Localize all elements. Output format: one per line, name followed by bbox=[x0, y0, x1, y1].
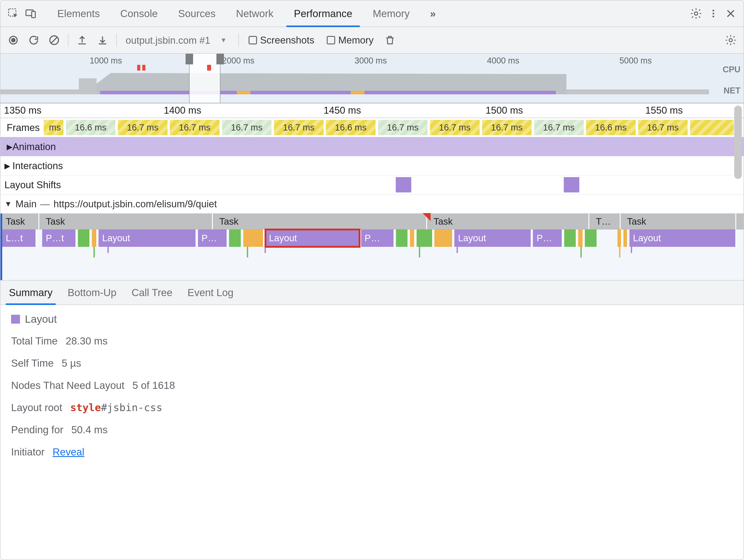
event-block[interactable] bbox=[624, 229, 628, 247]
gc-icon[interactable] bbox=[382, 33, 398, 48]
tab-performance[interactable]: Performance bbox=[284, 0, 363, 27]
layout-shift-block[interactable] bbox=[564, 177, 579, 192]
capture-settings-icon[interactable] bbox=[723, 33, 738, 48]
layout-shifts-label: Layout Shifts bbox=[4, 179, 61, 190]
recording-select[interactable]: output.jsbin.com #1 bbox=[123, 34, 213, 47]
frame-chip: 16.7 ms bbox=[378, 120, 429, 135]
tab-call-tree[interactable]: Call Tree bbox=[128, 281, 176, 304]
task-block[interactable]: Task bbox=[42, 214, 213, 229]
tab-bottom-up[interactable]: Bottom-Up bbox=[65, 281, 120, 304]
animation-track[interactable]: ▶ Animation bbox=[0, 137, 744, 156]
layout-event[interactable]: Layout bbox=[629, 229, 736, 247]
paint-event[interactable]: P… bbox=[198, 229, 228, 247]
layout-event[interactable]: Layout bbox=[99, 229, 196, 247]
svg-point-6 bbox=[712, 16, 714, 17]
svg-point-8 bbox=[11, 38, 15, 42]
svg-point-5 bbox=[712, 13, 714, 14]
vertical-scrollbar[interactable] bbox=[734, 106, 742, 179]
save-profile-icon[interactable] bbox=[95, 33, 110, 48]
pending-for-label: Pending for bbox=[11, 424, 63, 436]
frame-chip: 16.6 ms bbox=[66, 120, 116, 135]
event-block[interactable] bbox=[92, 229, 97, 247]
event-block[interactable] bbox=[78, 229, 90, 247]
ruler-tick: 1550 ms bbox=[645, 105, 683, 116]
event-block[interactable] bbox=[578, 229, 583, 247]
event-block[interactable] bbox=[396, 229, 409, 247]
layout-event[interactable]: L…t bbox=[2, 229, 36, 247]
tab-sources[interactable]: Sources bbox=[168, 0, 226, 27]
event-block[interactable] bbox=[564, 229, 577, 247]
tab-network[interactable]: Network bbox=[226, 0, 284, 27]
checkbox-icon bbox=[327, 36, 335, 44]
overview-viewport[interactable] bbox=[189, 54, 220, 103]
screenshots-checkbox[interactable]: Screenshots bbox=[245, 35, 318, 46]
self-time-label: Self Time bbox=[11, 357, 54, 369]
paint-event[interactable]: P…t bbox=[42, 229, 76, 247]
layout-root-value: style#jsbin-css bbox=[70, 402, 162, 413]
settings-icon[interactable] bbox=[689, 6, 704, 21]
svg-rect-2 bbox=[32, 11, 35, 18]
frames-track[interactable]: ms 16.6 ms 16.7 ms 16.7 ms 16.7 ms 16.7 … bbox=[0, 118, 744, 137]
layout-event[interactable]: Layout bbox=[454, 229, 531, 247]
viewport-handle-left[interactable] bbox=[186, 54, 193, 64]
svg-point-4 bbox=[712, 10, 714, 11]
timeline-overview[interactable]: 1000 ms 2000 ms 3000 ms 4000 ms 5000 ms … bbox=[0, 54, 744, 104]
overview-ruler: 1000 ms 2000 ms 3000 ms 4000 ms 5000 ms bbox=[0, 56, 712, 66]
ruler-tick: 2000 ms bbox=[222, 56, 255, 66]
device-toolbar-icon[interactable] bbox=[23, 6, 38, 21]
initiator-reveal-link[interactable]: Reveal bbox=[52, 446, 84, 458]
tab-elements[interactable]: Elements bbox=[47, 0, 110, 27]
pending-for-value: 50.4 ms bbox=[71, 424, 108, 436]
frame-chip: 16.7 ms bbox=[430, 120, 481, 135]
layout-shift-block[interactable] bbox=[396, 177, 411, 192]
net-label: NET bbox=[723, 86, 740, 96]
clear-icon[interactable] bbox=[47, 33, 62, 48]
task-block[interactable]: Task bbox=[2, 214, 39, 229]
animation-label: ▶ Animation bbox=[3, 139, 60, 154]
inspect-element-icon[interactable] bbox=[6, 6, 21, 21]
tab-console[interactable]: Console bbox=[110, 0, 168, 27]
memory-checkbox[interactable]: Memory bbox=[323, 35, 377, 46]
tab-summary[interactable]: Summary bbox=[6, 281, 56, 304]
ruler-tick: 1450 ms bbox=[324, 105, 361, 116]
more-icon[interactable] bbox=[706, 6, 721, 21]
main-track-body[interactable]: Task Task Task Task T… Task L…t P…t Layo… bbox=[0, 214, 744, 280]
layout-event-selected[interactable]: Layout bbox=[265, 229, 360, 247]
sub-lane bbox=[2, 247, 744, 261]
frame-chip: 16.7 ms bbox=[222, 120, 272, 135]
main-track-header[interactable]: ▼ Main — https://output.jsbin.com/elisum… bbox=[0, 194, 744, 214]
flame-chart[interactable]: 1350 ms 1400 ms 1450 ms 1500 ms 1550 ms … bbox=[0, 104, 744, 281]
event-block[interactable] bbox=[434, 229, 453, 247]
devtools-tabstrip: Elements Console Sources Network Perform… bbox=[0, 0, 744, 27]
panel-tabs: Elements Console Sources Network Perform… bbox=[47, 0, 446, 27]
event-block[interactable] bbox=[410, 229, 415, 247]
event-block[interactable] bbox=[243, 229, 264, 247]
total-time-value: 28.30 ms bbox=[66, 335, 108, 347]
event-block[interactable] bbox=[417, 229, 433, 247]
record-icon[interactable] bbox=[6, 33, 21, 48]
task-block[interactable]: Task bbox=[624, 214, 736, 229]
collapse-icon: ▼ bbox=[4, 199, 12, 208]
tabs-overflow-icon[interactable]: » bbox=[420, 0, 446, 27]
task-block[interactable]: Task bbox=[216, 214, 427, 229]
viewport-handle-right[interactable] bbox=[216, 54, 224, 64]
paint-event[interactable]: P… bbox=[533, 229, 563, 247]
checkbox-icon bbox=[249, 36, 257, 44]
event-block[interactable] bbox=[229, 229, 242, 247]
event-block[interactable] bbox=[618, 229, 622, 247]
event-block[interactable] bbox=[585, 229, 597, 247]
layout-shifts-track[interactable]: Layout Shifts bbox=[0, 175, 744, 194]
interactions-track[interactable]: ▶ Interactions bbox=[0, 156, 744, 175]
task-block[interactable]: T… bbox=[592, 214, 621, 229]
long-task-indicator-icon bbox=[422, 213, 431, 221]
tab-memory[interactable]: Memory bbox=[363, 0, 420, 27]
task-block[interactable]: Task bbox=[430, 214, 589, 229]
main-label: Main bbox=[15, 198, 37, 210]
tab-event-log[interactable]: Event Log bbox=[184, 281, 236, 304]
ruler-tick: 1350 ms bbox=[4, 105, 41, 116]
cpu-chart bbox=[0, 68, 712, 94]
load-profile-icon[interactable] bbox=[75, 33, 90, 48]
reload-record-icon[interactable] bbox=[26, 33, 41, 48]
paint-event[interactable]: P… bbox=[361, 229, 395, 247]
close-icon[interactable] bbox=[723, 6, 738, 21]
